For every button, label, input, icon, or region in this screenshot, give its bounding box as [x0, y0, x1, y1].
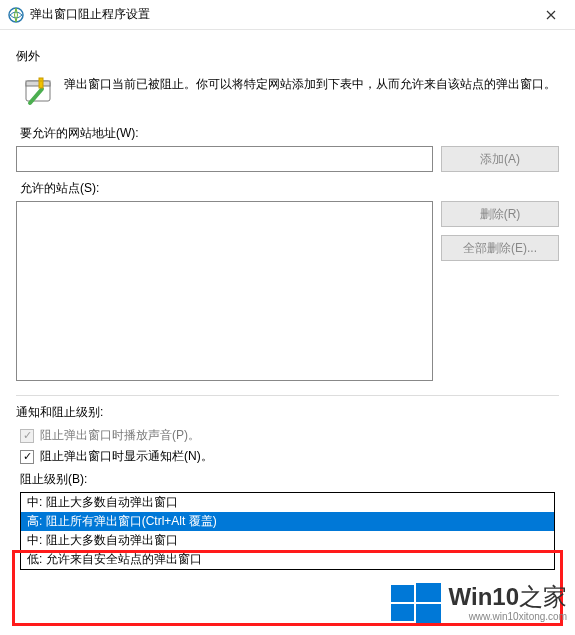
watermark-brand: Win10之家	[449, 585, 567, 609]
exceptions-heading: 例外	[16, 48, 559, 65]
notifybar-label: 阻止弹出窗口时显示通知栏(N)。	[40, 448, 213, 465]
svg-rect-5	[391, 585, 414, 602]
svg-point-0	[9, 8, 23, 22]
window-title: 弹出窗口阻止程序设置	[30, 6, 531, 23]
watermark: Win10之家 www.win10xitong.com	[389, 581, 567, 625]
watermark-url: www.win10xitong.com	[449, 611, 567, 622]
close-icon	[546, 10, 556, 20]
notifybar-checkbox-row[interactable]: 阻止弹出窗口时显示通知栏(N)。	[20, 448, 559, 465]
sound-label: 阻止弹出窗口时播放声音(P)。	[40, 427, 200, 444]
svg-rect-6	[416, 583, 441, 602]
address-input[interactable]	[16, 146, 433, 172]
block-level-option[interactable]: 中: 阻止大多数自动弹出窗口	[21, 531, 554, 550]
info-text: 弹出窗口当前已被阻止。你可以将特定网站添加到下表中，从而允许来自该站点的弹出窗口…	[64, 75, 556, 93]
block-level-label: 阻止级别(B):	[20, 471, 559, 488]
windows-logo-icon	[389, 581, 443, 625]
remove-button[interactable]: 删除(R)	[441, 201, 559, 227]
add-button[interactable]: 添加(A)	[441, 146, 559, 172]
svg-rect-7	[391, 604, 414, 621]
allowed-sites-label: 允许的站点(S):	[20, 180, 559, 197]
block-level-option[interactable]: 高: 阻止所有弹出窗口(Ctrl+Alt 覆盖)	[21, 512, 554, 531]
block-level-option[interactable]: 中: 阻止大多数自动弹出窗口	[21, 493, 554, 512]
block-level-dropdown[interactable]: 中: 阻止大多数自动弹出窗口高: 阻止所有弹出窗口(Ctrl+Alt 覆盖)中:…	[20, 492, 555, 570]
address-label: 要允许的网站地址(W):	[20, 125, 559, 142]
svg-rect-3	[39, 78, 43, 88]
sound-checkbox	[20, 429, 34, 443]
svg-point-4	[40, 80, 42, 82]
info-icon	[22, 75, 54, 107]
remove-all-button[interactable]: 全部删除(E)...	[441, 235, 559, 261]
svg-rect-2	[26, 81, 50, 86]
block-level-option[interactable]: 低: 允许来自安全站点的弹出窗口	[21, 550, 554, 569]
notifybar-checkbox[interactable]	[20, 450, 34, 464]
close-button[interactable]	[531, 0, 571, 30]
allowed-sites-listbox[interactable]	[16, 201, 433, 381]
svg-rect-8	[416, 604, 441, 623]
dialog-content: 例外 弹出窗口当前已被阻止。你可以将特定网站添加到下表中，从而允许来自该站点的弹…	[0, 30, 575, 570]
notify-heading: 通知和阻止级别:	[16, 404, 559, 421]
info-row: 弹出窗口当前已被阻止。你可以将特定网站添加到下表中，从而允许来自该站点的弹出窗口…	[16, 71, 559, 119]
sound-checkbox-row: 阻止弹出窗口时播放声音(P)。	[20, 427, 559, 444]
app-icon	[8, 7, 24, 23]
separator	[16, 395, 559, 396]
titlebar: 弹出窗口阻止程序设置	[0, 0, 575, 30]
